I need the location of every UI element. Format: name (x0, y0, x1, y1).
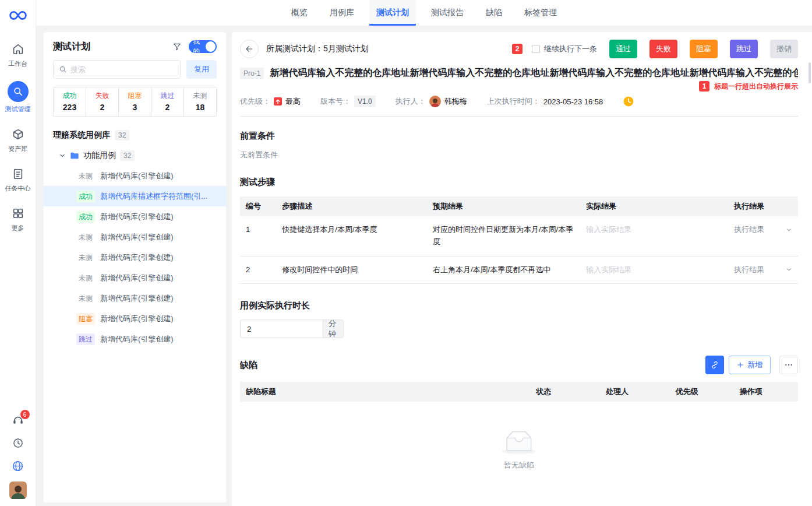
tab-defects[interactable]: 缺陷 (479, 0, 509, 26)
actual-result-input[interactable]: 输入实际结果 (580, 216, 728, 256)
exec-result-select[interactable]: 执行结果 (734, 224, 792, 236)
case-title: 新增代码库输入不完整的仓库地址新增代码库输入不完整的仓库地址新增代码库输入不完整… (270, 67, 798, 79)
more-actions-button[interactable] (779, 356, 798, 374)
duration-input[interactable] (240, 319, 323, 338)
tab-test-plan[interactable]: 测试计划 (369, 0, 416, 26)
globe-button[interactable] (11, 459, 25, 473)
case-title-row: Pro-1 新增代码库输入不完整的仓库地址新增代码库输入不完整的仓库地址新增代码… (240, 67, 798, 79)
tab-test-report[interactable]: 测试报告 (424, 0, 471, 26)
actual-result-input[interactable]: 输入实际结果 (580, 256, 728, 284)
status-stats-bar: 成功 223 失败 2 阻塞 3 跳过 2 (53, 87, 217, 117)
tab-case-library[interactable]: 用例库 (323, 0, 361, 26)
case-item-selected[interactable]: 成功 新增代码库描述框字符范围(引... (44, 186, 226, 206)
associate-defect-button[interactable] (705, 356, 724, 374)
step-no: 2 (240, 256, 276, 284)
step-desc: 快捷键选择本月/本周/本季度 (276, 216, 427, 256)
stat-skip[interactable]: 跳过 2 (151, 87, 183, 116)
continue-next-checkbox[interactable] (532, 45, 540, 53)
sidebar-item-workbench[interactable]: 工作台 (0, 35, 36, 75)
parent-plan-label: 所属测试计划：5月测试计划 (266, 44, 369, 54)
scrollbar-thumb[interactable] (809, 62, 811, 83)
sidebar-item-asset-library[interactable]: 资产库 (0, 120, 36, 160)
step-row: 2 修改时间控件中的时间 右上角本月/本周/本季度都不再选中 输入实际结果 执行… (240, 256, 798, 284)
sidebar-item-more[interactable]: 更多 (0, 199, 36, 239)
clipboard-icon (10, 166, 26, 181)
exec-result-select[interactable]: 执行结果 (734, 264, 792, 276)
case-status-tag: 阻塞 (76, 313, 95, 325)
detail-toolbar: 所属测试计划：5月测试计划 2 继续执行下一条 通过 失败 阻塞 跳过 撤销 (240, 32, 798, 64)
case-meta-row: 优先级： 最高 版本号： V1.0 执行人： (240, 96, 798, 117)
case-status-tag: 未测 (76, 170, 95, 182)
precondition-content: 无前置条件 (240, 150, 798, 160)
priority-highest-icon (274, 97, 282, 106)
history-clock-button[interactable] (11, 436, 25, 450)
plus-icon (737, 361, 744, 368)
step-desc: 修改时间控件中的时间 (276, 256, 427, 284)
stat-block[interactable]: 阻塞 3 (118, 87, 151, 116)
right-column: 概览 用例库 测试计划 测试报告 缺陷 标签管理 测试计划 我的 (36, 0, 812, 506)
back-button[interactable] (240, 40, 259, 58)
case-detail-panel: 所属测试计划：5月测试计划 2 继续执行下一条 通过 失败 阻塞 跳过 撤销 P… (232, 32, 812, 506)
home-icon (10, 41, 26, 57)
annotation-badge-1: 1 (699, 81, 709, 92)
search-input[interactable] (70, 65, 175, 74)
folder-icon (70, 152, 79, 160)
empty-state-text: 暂无缺陷 (504, 459, 534, 472)
case-status-tag: 成功 (76, 191, 95, 202)
case-item[interactable]: 阻塞 新增代码库(引擎创建) (44, 308, 226, 329)
support-headset-button[interactable]: 6 (11, 413, 25, 427)
sidebar-item-label: 工作台 (8, 59, 27, 68)
last-exec-group: 上次执行时间： 2023-05-23 16:58 (487, 96, 603, 107)
tab-tag-management[interactable]: 标签管理 (517, 0, 564, 26)
case-item[interactable]: 未测 新增代码库(引擎创建) (44, 288, 226, 308)
executor-group: 执行人： 韩梅梅 (396, 96, 467, 107)
tree-folder-functional[interactable]: 功能用例 32 (44, 146, 226, 166)
defects-header-row: 缺陷标题 状态 处理人 优先级 操作项 (240, 382, 798, 402)
skip-button[interactable]: 跳过 (730, 40, 758, 58)
pass-button[interactable]: 通过 (609, 40, 637, 58)
sidebar-item-label: 测试管理 (5, 105, 31, 114)
case-item[interactable]: 成功 新增代码库(引擎创建) (44, 206, 226, 227)
search-icon (59, 65, 67, 73)
panel-title: 测试计划 (53, 41, 165, 53)
top-tabs: 概览 用例库 测试计划 测试报告 缺陷 标签管理 (280, 0, 568, 26)
add-defect-button[interactable]: 新增 (729, 356, 771, 374)
fail-button[interactable]: 失败 (649, 40, 677, 58)
app-logo-icon (9, 7, 27, 22)
case-item[interactable]: 未测 新增代码库(引擎创建) (44, 247, 226, 268)
stat-untested[interactable]: 未测 18 (183, 87, 216, 116)
empty-box-icon (500, 429, 538, 455)
test-plan-panel: 测试计划 我的 复用 (44, 32, 226, 503)
reuse-button[interactable]: 复用 (186, 60, 217, 79)
test-management-icon (8, 81, 29, 102)
case-item[interactable]: 未测 新增代码库(引擎创建) (44, 166, 226, 186)
chevron-down-icon (786, 227, 792, 233)
sidebar-item-label: 任务中心 (5, 184, 31, 193)
stat-fail[interactable]: 失败 2 (86, 87, 118, 116)
tree-root-library[interactable]: 理赔系统用例库 32 (44, 125, 226, 146)
step-expected: 右上角本月/本周/本季度都不再选中 (427, 256, 580, 284)
duration-unit: 分钟 (323, 319, 344, 338)
version-group: 版本号： V1.0 (320, 96, 376, 107)
annotation-row: 1 标题一行超出自动换行展示 (240, 81, 798, 92)
block-button[interactable]: 阻塞 (690, 40, 718, 58)
case-item[interactable]: 跳过 新增代码库(引擎创建) (44, 329, 226, 349)
priority-group: 优先级： 最高 (240, 96, 301, 107)
steps-table: 编号 步骤描述 预期结果 实际结果 执行结果 1 快捷键选择本月/本周/本季度 … (240, 196, 798, 284)
mine-toggle[interactable]: 我的 (189, 40, 217, 53)
duration-input-group: 分钟 (240, 319, 344, 338)
tab-overview[interactable]: 概览 (284, 0, 315, 26)
exec-history-clock-icon[interactable] (623, 96, 634, 107)
sidebar-item-task-center[interactable]: 任务中心 (0, 160, 36, 199)
stat-success[interactable]: 成功 223 (54, 87, 86, 116)
steps-header-row: 编号 步骤描述 预期结果 实际结果 执行结果 (240, 196, 798, 216)
filter-icon[interactable] (172, 42, 182, 51)
toggle-knob (206, 41, 216, 52)
revoke-button[interactable]: 撤销 (770, 40, 798, 58)
case-item[interactable]: 未测 新增代码库(引擎创建) (44, 227, 226, 247)
case-item[interactable]: 未测 新增代码库(引擎创建) (44, 268, 226, 288)
case-tree: 理赔系统用例库 32 功能用例 32 未测 (44, 124, 226, 503)
annotation-badge-2: 2 (512, 44, 522, 54)
sidebar-item-test-management[interactable]: 测试管理 (0, 75, 36, 120)
user-avatar[interactable] (9, 482, 27, 499)
